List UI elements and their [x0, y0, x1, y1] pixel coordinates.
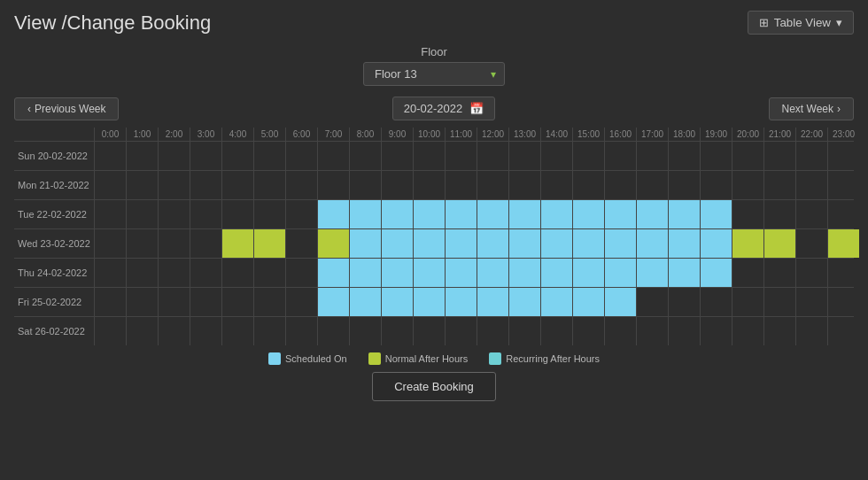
grid-cell	[477, 171, 508, 199]
grid-cell	[221, 229, 253, 258]
grid-cell	[349, 142, 381, 170]
grid-cell	[158, 171, 190, 199]
grid-cell	[572, 229, 604, 258]
grid-cell	[445, 142, 477, 170]
grid-cell	[349, 200, 381, 228]
date-picker[interactable]: 20-02-2022 📅	[392, 97, 496, 120]
normal-ah-label: Normal After Hours	[385, 353, 469, 364]
grid-cell	[668, 259, 700, 287]
grid-cell	[349, 171, 381, 199]
time-label: 2:00	[158, 128, 190, 141]
grid-cell	[732, 259, 763, 287]
grid-cell	[317, 142, 349, 170]
floor-select[interactable]: Floor 13 Floor 1 Floor 2 Floor 3	[363, 62, 505, 86]
grid-cell	[285, 200, 317, 228]
grid-cell	[604, 200, 636, 228]
grid-cell	[827, 229, 859, 258]
header: View /Change Booking ⊞ Table View ▾	[0, 0, 868, 42]
grid-cell	[190, 288, 221, 316]
grid-cell	[763, 317, 795, 345]
grid-cell	[253, 259, 285, 287]
grid-cell	[317, 200, 349, 228]
table-icon: ⊞	[759, 16, 769, 29]
row-cells	[94, 288, 859, 316]
grid-cell	[126, 229, 158, 258]
grid-cell	[253, 200, 285, 228]
grid-cell	[668, 288, 700, 316]
grid-cell	[317, 317, 349, 345]
current-date: 20-02-2022	[404, 102, 463, 115]
grid-cell	[317, 171, 349, 199]
grid-cell	[381, 142, 413, 170]
time-label: 5:00	[253, 128, 285, 141]
grid-cell	[508, 317, 540, 345]
grid-cell	[253, 288, 285, 316]
time-label: 21:00	[763, 128, 795, 141]
grid-cell	[636, 259, 668, 287]
grid-cell	[604, 171, 636, 199]
grid-cell	[540, 317, 572, 345]
grid-cell	[126, 200, 158, 228]
row-label: Tue 22-02-2022	[14, 200, 94, 228]
grid-cell	[253, 142, 285, 170]
time-label: 10:00	[413, 128, 445, 141]
row-label: Sun 20-02-2022	[14, 142, 94, 170]
grid-cell	[221, 317, 253, 345]
grid-cell	[477, 200, 508, 228]
grid-cell	[604, 317, 636, 345]
row-label: Mon 21-02-2022	[14, 171, 94, 199]
row-cells	[94, 229, 859, 258]
grid-cell	[700, 171, 732, 199]
grid-cell	[190, 317, 221, 345]
grid-cell	[349, 288, 381, 316]
create-booking-button[interactable]: Create Booking	[372, 372, 496, 401]
grid-cell	[540, 171, 572, 199]
grid-cell	[477, 142, 508, 170]
grid-cell	[604, 259, 636, 287]
prev-week-button[interactable]: ‹ Previous Week	[14, 97, 119, 120]
time-label: 13:00	[508, 128, 540, 141]
time-label: 3:00	[190, 128, 221, 141]
grid-cell	[700, 288, 732, 316]
grid-cell	[795, 200, 827, 228]
grid-cell	[190, 142, 221, 170]
row-cells	[94, 200, 859, 228]
grid-cell	[94, 259, 126, 287]
grid-cell	[221, 200, 253, 228]
grid-cell	[732, 142, 763, 170]
grid-cell	[636, 142, 668, 170]
grid-cell	[413, 142, 445, 170]
floor-section: Floor Floor 13 Floor 1 Floor 2 Floor 3	[0, 45, 868, 86]
scheduled-color	[268, 352, 281, 365]
grid-cell	[827, 317, 859, 345]
row-label: Sat 26-02-2022	[14, 317, 94, 345]
calendar-icon: 📅	[469, 102, 484, 115]
row-cells	[94, 171, 859, 199]
grid-cell	[413, 317, 445, 345]
row-label: Thu 24-02-2022	[14, 259, 94, 287]
grid-cell	[94, 171, 126, 199]
grid-cell	[285, 317, 317, 345]
grid-cell	[285, 142, 317, 170]
table-view-button[interactable]: ⊞ Table View ▾	[748, 11, 854, 35]
grid-cell	[668, 200, 700, 228]
grid-cell	[636, 229, 668, 258]
grid-cell	[827, 288, 859, 316]
grid-cell	[636, 288, 668, 316]
normal-ah-color	[368, 352, 381, 365]
grid-cell	[572, 171, 604, 199]
grid-cell	[158, 288, 190, 316]
grid-cell	[763, 142, 795, 170]
grid-cell	[158, 229, 190, 258]
grid-cell	[126, 288, 158, 316]
grid-row: Sun 20-02-2022	[14, 141, 854, 170]
grid-row: Sat 26-02-2022	[14, 316, 854, 345]
grid-cell	[158, 142, 190, 170]
grid-cell	[94, 288, 126, 316]
time-label: 9:00	[381, 128, 413, 141]
grid-cell	[285, 229, 317, 258]
grid-cell	[668, 229, 700, 258]
next-week-button[interactable]: Next Week ›	[769, 97, 854, 120]
grid-cell	[795, 317, 827, 345]
grid-cell	[445, 229, 477, 258]
